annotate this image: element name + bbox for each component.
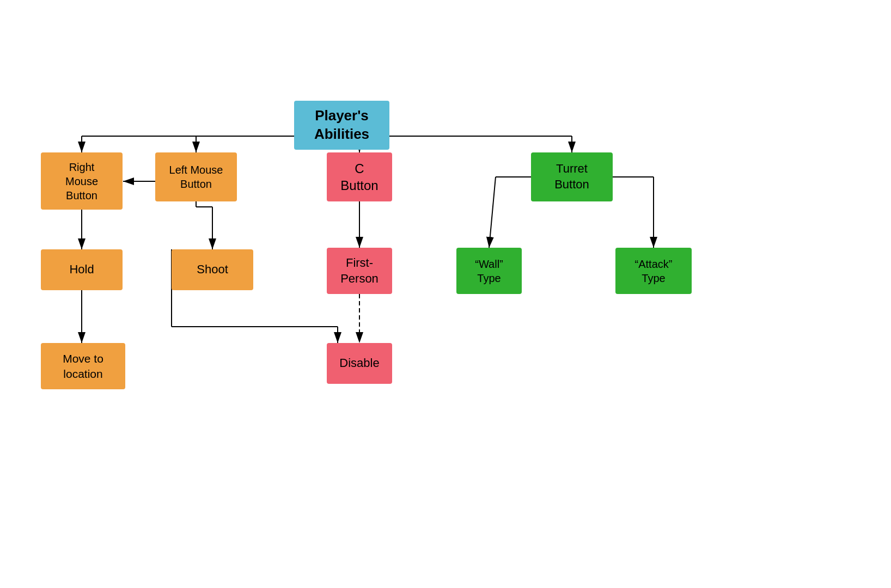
- diagram-container: Player'sAbilities RightMouseButton Left …: [0, 0, 891, 588]
- node-label-hold: Hold: [69, 262, 94, 278]
- node-disable: Disable: [327, 343, 392, 384]
- node-hold: Hold: [41, 249, 123, 290]
- node-label-c-button: CButton: [340, 160, 378, 194]
- node-first-person: First-Person: [327, 248, 392, 294]
- node-turret-button: TurretButton: [531, 152, 613, 201]
- arrows-svg: [0, 0, 891, 588]
- node-label-move-to: Move tolocation: [63, 351, 103, 381]
- node-label-wall-type: “Wall”Type: [475, 257, 503, 285]
- node-label-turret-button: TurretButton: [554, 161, 589, 192]
- node-c-button: CButton: [327, 152, 392, 201]
- node-label-attack-type: “Attack”Type: [635, 257, 673, 285]
- node-shoot: Shoot: [172, 249, 253, 290]
- svg-line-19: [489, 177, 496, 248]
- node-right-mouse: RightMouseButton: [41, 152, 123, 210]
- node-left-mouse: Left MouseButton: [155, 152, 237, 201]
- node-move-to: Move tolocation: [41, 343, 125, 389]
- node-label-right-mouse: RightMouseButton: [65, 160, 98, 203]
- node-label-disable: Disable: [339, 356, 379, 371]
- node-attack-type: “Attack”Type: [615, 248, 692, 294]
- node-label-left-mouse: Left MouseButton: [169, 163, 223, 191]
- node-label-players-abilities: Player'sAbilities: [314, 107, 369, 144]
- node-label-shoot: Shoot: [197, 262, 228, 278]
- node-players-abilities: Player'sAbilities: [294, 101, 389, 150]
- node-label-first-person: First-Person: [340, 255, 379, 286]
- node-wall-type: “Wall”Type: [456, 248, 522, 294]
